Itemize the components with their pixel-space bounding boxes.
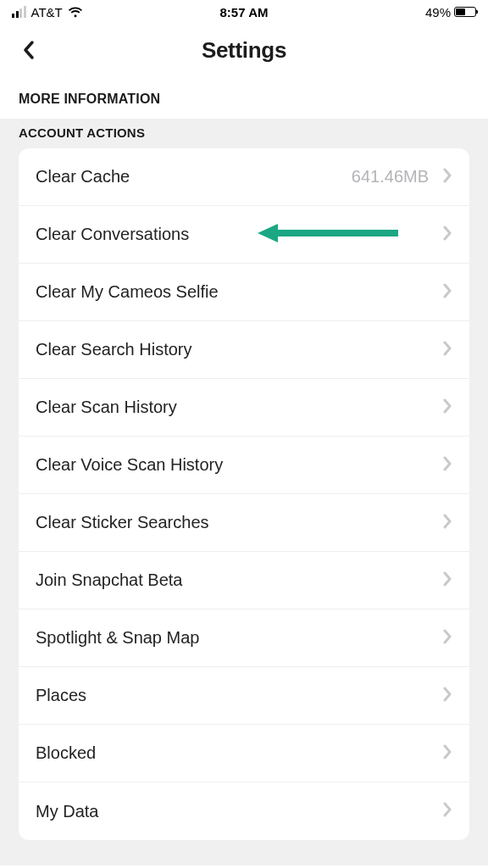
row-label: Places [36, 686, 442, 705]
battery-icon [454, 7, 476, 17]
chevron-right-icon [442, 571, 452, 590]
wifi-icon [68, 7, 83, 18]
row-join-beta[interactable]: Join Snapchat Beta [19, 552, 469, 609]
row-label: Blocked [36, 743, 442, 763]
row-label: Clear Voice Scan History [36, 455, 442, 475]
chevron-right-icon [442, 687, 452, 705]
row-label: Clear Scan History [36, 398, 442, 417]
row-spotlight[interactable]: Spotlight & Snap Map [19, 609, 469, 667]
row-clear-scan[interactable]: Clear Scan History [19, 379, 469, 437]
row-clear-cameos[interactable]: Clear My Cameos Selfie [19, 264, 469, 321]
chevron-left-icon [22, 40, 36, 60]
page-title: Settings [202, 37, 286, 64]
chevron-right-icon [442, 341, 452, 359]
chevron-right-icon [442, 283, 452, 302]
account-actions-section: ACCOUNT ACTIONS Clear Cache 641.46MB Cle… [0, 119, 488, 865]
row-value: 641.46MB [352, 167, 429, 186]
row-mydata[interactable]: My Data [19, 782, 469, 840]
chevron-right-icon [442, 629, 452, 648]
row-label: Clear Search History [36, 340, 442, 359]
chevron-right-icon [442, 168, 452, 186]
battery-percent: 49% [425, 5, 451, 19]
chevron-right-icon [442, 744, 452, 763]
row-places[interactable]: Places [19, 667, 469, 725]
back-button[interactable] [15, 36, 42, 64]
status-bar: AT&T 8:57 AM 49% [0, 0, 488, 24]
row-blocked[interactable]: Blocked [19, 725, 469, 782]
row-label: My Data [36, 802, 442, 821]
section-header-account-actions: ACCOUNT ACTIONS [0, 119, 488, 148]
status-time: 8:57 AM [220, 5, 269, 19]
row-label: Spotlight & Snap Map [36, 628, 442, 648]
row-clear-conversations[interactable]: Clear Conversations [19, 206, 469, 264]
chevron-right-icon [442, 802, 452, 821]
chevron-right-icon [442, 514, 452, 532]
row-clear-search[interactable]: Clear Search History [19, 321, 469, 379]
status-right: 49% [425, 5, 476, 19]
row-label: Join Snapchat Beta [36, 570, 442, 590]
account-actions-card: Clear Cache 641.46MB Clear Conversations… [19, 148, 469, 840]
row-clear-cache[interactable]: Clear Cache 641.46MB [19, 148, 469, 206]
signal-icon [12, 6, 26, 18]
chevron-right-icon [442, 398, 452, 417]
row-clear-voice-scan[interactable]: Clear Voice Scan History [19, 437, 469, 494]
row-label: Clear Sticker Searches [36, 513, 442, 532]
row-label: Clear Cache [36, 167, 352, 186]
row-label: Clear My Cameos Selfie [36, 282, 442, 302]
section-header-more-info[interactable]: MORE INFORMATION [0, 76, 488, 119]
row-clear-sticker[interactable]: Clear Sticker Searches [19, 494, 469, 552]
chevron-right-icon [442, 456, 452, 475]
carrier-label: AT&T [31, 5, 63, 19]
chevron-right-icon [442, 225, 452, 244]
nav-header: Settings [0, 24, 488, 76]
row-label: Clear Conversations [36, 225, 442, 244]
status-left: AT&T [12, 5, 83, 19]
